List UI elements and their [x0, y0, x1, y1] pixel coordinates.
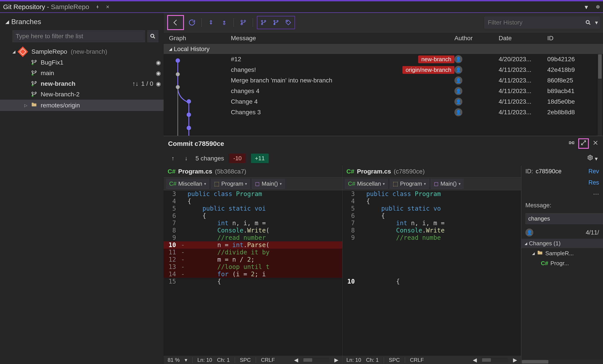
branch-icon: [31, 91, 37, 97]
search-button[interactable]: [147, 30, 158, 42]
nav-function[interactable]: ◻Main()▾: [431, 179, 464, 189]
tags-button[interactable]: [283, 17, 294, 28]
eol-mode[interactable]: CRLF: [410, 357, 424, 363]
filter-dropdown-icon[interactable]: ▾: [593, 19, 599, 26]
branch-item[interactable]: main ◉: [0, 68, 164, 79]
code-left[interactable]: 3public class Program4{5 public static v…: [164, 190, 342, 356]
commit-row[interactable]: #12 new-branch 👤 4/20/2023... 09b42126: [164, 54, 603, 65]
remotes-node[interactable]: ▷ remotes/origin: [0, 100, 164, 111]
svg-point-22: [274, 20, 275, 22]
svg-point-5: [32, 71, 33, 72]
changes-header[interactable]: ◢ Changes (1): [522, 239, 603, 248]
commit-message-input[interactable]: [525, 213, 603, 224]
avatar-icon: 👤: [525, 228, 533, 237]
code-right[interactable]: 3public class Program4{5 public static v…: [343, 190, 521, 356]
branches-header[interactable]: ◢ Branches: [0, 13, 164, 28]
nav-project[interactable]: C#Miscellan▾: [345, 179, 388, 189]
eye-icon[interactable]: ◉: [156, 59, 161, 66]
repo-node[interactable]: ◢ SampleRepo (new-branch): [0, 46, 164, 57]
avatar-icon: 👤: [454, 77, 462, 84]
history-columns: Graph Message Author Date ID: [164, 33, 603, 44]
h-scrollbar[interactable]: [303, 358, 329, 362]
zoom-level[interactable]: 81 %: [168, 357, 180, 363]
more-icon[interactable]: ⋯: [593, 191, 599, 198]
maximize-button[interactable]: [578, 138, 589, 149]
whitespace-mode[interactable]: SPC: [389, 357, 400, 363]
col-date[interactable]: Date: [499, 35, 547, 42]
pin-icon[interactable]: [93, 3, 100, 10]
collapse-icon: ◢: [5, 19, 9, 25]
commit-row[interactable]: Change 4 👤 4/11/2023... 18d5e0be: [164, 96, 603, 107]
nav-namespace[interactable]: ⬚Program▾: [211, 179, 250, 189]
back-button[interactable]: [170, 17, 181, 28]
branches-label: Branches: [11, 18, 41, 26]
fetch-button[interactable]: [206, 17, 216, 28]
reset-link[interactable]: Res: [588, 179, 599, 186]
commit-date: 4/11/2023...: [499, 98, 547, 105]
diff-settings-icon[interactable]: ▾: [587, 155, 598, 162]
history-filter-input[interactable]: [485, 17, 583, 28]
commit-id: 18d5e0be: [547, 98, 591, 105]
commit-date: 4/11/2023...: [499, 88, 547, 95]
scroll-left-icon[interactable]: ◀: [473, 357, 477, 363]
commit-row[interactable]: changes! origin/new-branch 👤 4/11/2023..…: [164, 65, 603, 75]
branch-item-current[interactable]: new-branch ↑↓ 1 / 0 ◉: [0, 79, 164, 89]
branch-icon: [31, 59, 37, 66]
close-detail-button[interactable]: [592, 140, 599, 148]
eye-icon[interactable]: ◉: [156, 70, 161, 77]
commit-row[interactable]: Changes 3 👤 4/11/2023... 2eb8b8d8: [164, 107, 603, 118]
commit-date: 4/11/: [586, 229, 599, 236]
local-history-header[interactable]: ◢ Local History: [164, 44, 603, 54]
changes-folder[interactable]: ◢ SampleR...: [522, 248, 603, 259]
scroll-left-icon[interactable]: ◀: [294, 357, 298, 363]
id-label: ID:: [525, 168, 533, 175]
compare-icon[interactable]: [568, 140, 575, 148]
refresh-button[interactable]: [187, 17, 197, 28]
current-branch: (new-branch): [71, 48, 107, 55]
col-author[interactable]: Author: [454, 35, 499, 42]
push-button[interactable]: [219, 17, 230, 28]
branch-filter-input[interactable]: [12, 30, 145, 42]
gear-icon[interactable]: [593, 3, 600, 10]
file-hash: (5b368ca7): [215, 168, 246, 175]
changes-file[interactable]: C# Progr...: [522, 259, 603, 268]
branch-icon: [31, 81, 37, 87]
nav-namespace[interactable]: ⬚Program▾: [390, 179, 429, 189]
nav-project[interactable]: C#Miscellan▾: [166, 179, 209, 189]
col-message[interactable]: Message: [231, 35, 454, 42]
lang-badge: C#: [347, 168, 354, 175]
remote-branches-button[interactable]: [271, 17, 281, 28]
branch-name: main: [41, 70, 54, 77]
prev-change-button[interactable]: ↑: [169, 155, 177, 162]
commit-row[interactable]: Merge branch 'main' into new-branch 👤 4/…: [164, 75, 603, 86]
eol-mode[interactable]: CRLF: [261, 357, 275, 363]
branch-item[interactable]: New-branch-2: [0, 89, 164, 100]
chevron-down-icon[interactable]: ▾: [583, 3, 590, 10]
branch-tool-button[interactable]: [238, 17, 249, 28]
commit-row[interactable]: changes 4 👤 4/11/2023... b89acb41: [164, 86, 603, 96]
branch-tag: origin/new-branch: [402, 66, 454, 74]
status-bar-left: 81 %▾ Ln: 10 Ch: 1 SPC CRLF ◀ ▶: [164, 356, 342, 364]
scroll-right-icon[interactable]: ▶: [334, 357, 338, 363]
branch-icon: [31, 70, 37, 76]
col-graph[interactable]: Graph: [169, 35, 231, 42]
commit-date: 4/11/2023...: [499, 66, 547, 73]
lines-added: +11: [251, 154, 269, 163]
nav-function[interactable]: ◻Main()▾: [252, 179, 285, 189]
search-icon[interactable]: [583, 20, 593, 26]
ahead-behind-icon: ↑↓: [132, 80, 139, 87]
whitespace-mode[interactable]: SPC: [240, 357, 251, 363]
revert-link[interactable]: Rev: [588, 168, 599, 175]
scroll-right-icon[interactable]: ▶: [513, 357, 517, 363]
next-change-button[interactable]: ↓: [182, 155, 190, 162]
branch-item[interactable]: BugFix1 ◉: [0, 57, 164, 68]
side-h-scrollbar[interactable]: [522, 360, 603, 364]
local-branches-button[interactable]: [258, 17, 269, 28]
close-icon[interactable]: [103, 3, 110, 10]
svg-point-8: [32, 81, 33, 83]
commit-message: Merge branch 'main' into new-branch: [231, 77, 454, 84]
history-scrollbar[interactable]: [598, 54, 602, 136]
h-scrollbar[interactable]: [482, 358, 508, 362]
col-id[interactable]: ID: [547, 35, 591, 42]
eye-icon[interactable]: ◉: [156, 80, 161, 87]
